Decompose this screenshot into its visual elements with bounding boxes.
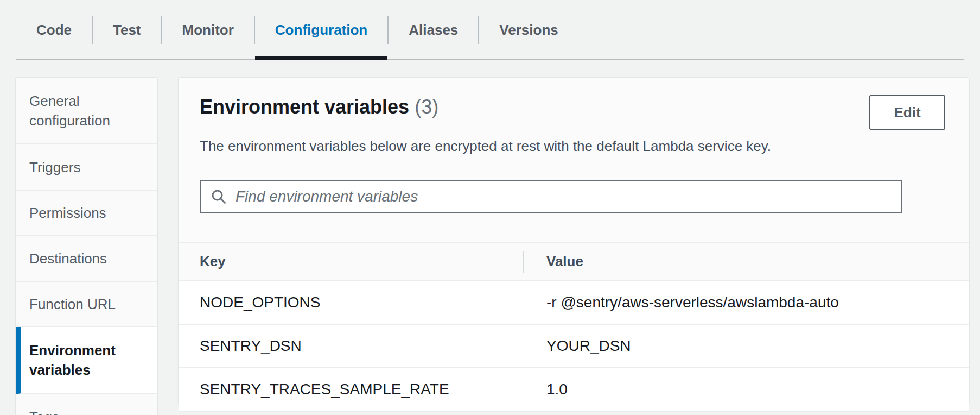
search-icon bbox=[211, 188, 227, 205]
tab-configuration[interactable]: Configuration bbox=[255, 0, 387, 60]
cell-value: 1.0 bbox=[524, 381, 969, 398]
configuration-sidebar: General configuration Triggers Permissio… bbox=[16, 78, 157, 415]
tab-monitor[interactable]: Monitor bbox=[162, 0, 254, 60]
sidebar-item-tags[interactable]: Tags bbox=[16, 394, 157, 415]
env-variables-table: Key Value NODE_OPTIONS -r @sentry/aws-se… bbox=[179, 242, 969, 412]
page-title: Environment variables (3) bbox=[200, 94, 438, 120]
environment-variables-panel: Environment variables (3) Edit The envir… bbox=[179, 78, 969, 404]
cell-key: SENTRY_DSN bbox=[179, 337, 524, 355]
sidebar-item-label: Triggers bbox=[29, 158, 80, 177]
sidebar-item-label: Function URL bbox=[29, 294, 116, 314]
cell-value: YOUR_DSN bbox=[524, 337, 969, 355]
tab-list: Code Test Monitor Configuration Aliases … bbox=[0, 0, 980, 60]
tab-aliases[interactable]: Aliases bbox=[389, 0, 478, 60]
sidebar-item-label: Permissions bbox=[29, 203, 106, 223]
table-header-row: Key Value bbox=[179, 242, 969, 281]
table-row: SENTRY_DSN YOUR_DSN bbox=[179, 325, 969, 368]
sidebar-item-label: General configuration bbox=[29, 91, 147, 130]
tab-versions[interactable]: Versions bbox=[479, 0, 578, 60]
sidebar-item-label: Destinations bbox=[29, 249, 107, 268]
page-title-text: Environment variables bbox=[200, 96, 409, 118]
sidebar-item-function-url[interactable]: Function URL bbox=[16, 282, 157, 327]
column-header-key: Key bbox=[179, 253, 523, 270]
column-header-value: Value bbox=[524, 253, 969, 270]
sidebar-item-permissions[interactable]: Permissions bbox=[16, 191, 157, 236]
edit-button[interactable]: Edit bbox=[869, 95, 945, 130]
sidebar-item-environment-variables[interactable]: Environment variables bbox=[16, 327, 157, 394]
search-box bbox=[200, 180, 902, 213]
item-count-badge: (3) bbox=[415, 96, 438, 118]
tab-code[interactable]: Code bbox=[16, 0, 92, 60]
sidebar-item-general-configuration[interactable]: General configuration bbox=[16, 78, 157, 144]
panel-header: Environment variables (3) Edit bbox=[179, 78, 969, 130]
table-row: SENTRY_TRACES_SAMPLE_RATE 1.0 bbox=[179, 368, 969, 412]
cell-value: -r @sentry/aws-serverless/awslambda-auto bbox=[524, 294, 969, 311]
cell-key: NODE_OPTIONS bbox=[179, 294, 524, 311]
table-row: NODE_OPTIONS -r @sentry/aws-serverless/a… bbox=[179, 281, 969, 325]
tab-test[interactable]: Test bbox=[93, 0, 161, 60]
cell-key: SENTRY_TRACES_SAMPLE_RATE bbox=[179, 381, 524, 398]
sidebar-item-label: Tags bbox=[29, 407, 59, 415]
panel-description: The environment variables below are encr… bbox=[200, 137, 945, 155]
sidebar-item-label: Environment variables bbox=[29, 341, 147, 380]
search-input[interactable] bbox=[234, 180, 892, 213]
sidebar-item-destinations[interactable]: Destinations bbox=[16, 236, 157, 282]
function-tab-bar: Code Test Monitor Configuration Aliases … bbox=[0, 0, 980, 60]
sidebar-item-triggers[interactable]: Triggers bbox=[16, 144, 157, 191]
